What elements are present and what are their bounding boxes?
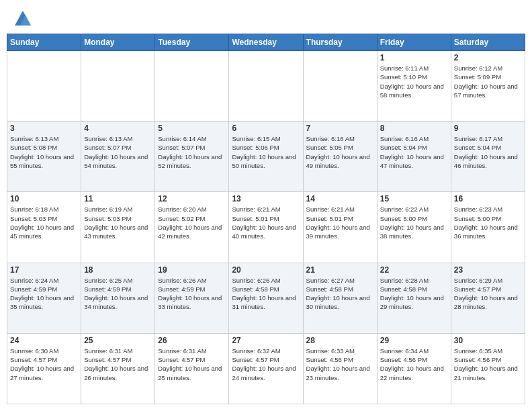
- day-cell-25: 25Sunrise: 6:31 AMSunset: 4:57 PMDayligh…: [81, 333, 155, 404]
- day-cell-23: 23Sunrise: 6:29 AMSunset: 4:57 PMDayligh…: [451, 263, 525, 333]
- day-info-20: Sunrise: 6:26 AMSunset: 4:58 PMDaylight:…: [232, 276, 300, 312]
- weekday-header-wednesday: Wednesday: [229, 34, 303, 51]
- day-cell-21: 21Sunrise: 6:27 AMSunset: 4:58 PMDayligh…: [303, 263, 377, 333]
- day-number-24: 24: [10, 336, 78, 345]
- day-number-7: 7: [306, 124, 374, 133]
- weekday-header-thursday: Thursday: [303, 34, 377, 51]
- day-info-3: Sunrise: 6:13 AMSunset: 5:08 PMDaylight:…: [10, 134, 78, 170]
- week-row-4: 17Sunrise: 6:24 AMSunset: 4:59 PMDayligh…: [7, 263, 525, 333]
- day-number-9: 9: [454, 124, 522, 133]
- day-info-27: Sunrise: 6:32 AMSunset: 4:57 PMDaylight:…: [232, 347, 300, 382]
- day-cell-8: 8Sunrise: 6:16 AMSunset: 5:04 PMDaylight…: [377, 122, 451, 192]
- day-number-3: 3: [10, 124, 78, 133]
- day-cell-10: 10Sunrise: 6:18 AMSunset: 5:03 PMDayligh…: [7, 192, 81, 263]
- day-info-18: Sunrise: 6:25 AMSunset: 4:59 PMDaylight:…: [84, 276, 152, 312]
- day-info-10: Sunrise: 6:18 AMSunset: 5:03 PMDaylight:…: [10, 205, 78, 240]
- day-cell-24: 24Sunrise: 6:30 AMSunset: 4:57 PMDayligh…: [7, 333, 81, 404]
- day-number-14: 14: [306, 194, 374, 203]
- weekday-header-tuesday: Tuesday: [155, 34, 229, 51]
- day-number-21: 21: [306, 265, 374, 275]
- day-cell-27: 27Sunrise: 6:32 AMSunset: 4:57 PMDayligh…: [229, 333, 303, 404]
- day-cell-11: 11Sunrise: 6:19 AMSunset: 5:03 PMDayligh…: [81, 192, 155, 263]
- day-info-22: Sunrise: 6:28 AMSunset: 4:58 PMDaylight:…: [380, 276, 448, 312]
- weekday-header-saturday: Saturday: [451, 34, 525, 51]
- day-cell-16: 16Sunrise: 6:23 AMSunset: 5:00 PMDayligh…: [451, 192, 525, 263]
- day-cell-4: 4Sunrise: 6:13 AMSunset: 5:07 PMDaylight…: [81, 122, 155, 192]
- calendar: SundayMondayTuesdayWednesdayThursdayFrid…: [0, 34, 532, 411]
- week-row-3: 10Sunrise: 6:18 AMSunset: 5:03 PMDayligh…: [7, 192, 525, 263]
- day-cell-30: 30Sunrise: 6:35 AMSunset: 4:56 PMDayligh…: [451, 333, 525, 404]
- day-info-13: Sunrise: 6:21 AMSunset: 5:01 PMDaylight:…: [232, 205, 300, 240]
- weekday-header-sunday: Sunday: [7, 34, 81, 51]
- day-cell-28: 28Sunrise: 6:33 AMSunset: 4:56 PMDayligh…: [303, 333, 377, 404]
- day-number-15: 15: [380, 194, 448, 203]
- day-info-29: Sunrise: 6:34 AMSunset: 4:56 PMDaylight:…: [380, 347, 448, 382]
- day-info-25: Sunrise: 6:31 AMSunset: 4:57 PMDaylight:…: [84, 347, 152, 382]
- day-cell-7: 7Sunrise: 6:16 AMSunset: 5:05 PMDaylight…: [303, 122, 377, 192]
- day-number-6: 6: [232, 124, 300, 133]
- day-number-11: 11: [84, 194, 152, 203]
- empty-cell: [155, 51, 229, 122]
- week-row-1: 1Sunrise: 6:11 AMSunset: 5:10 PMDaylight…: [7, 51, 525, 122]
- day-number-12: 12: [158, 194, 226, 203]
- day-number-8: 8: [380, 124, 448, 133]
- day-number-18: 18: [84, 265, 152, 275]
- day-info-11: Sunrise: 6:19 AMSunset: 5:03 PMDaylight:…: [84, 205, 152, 240]
- day-info-8: Sunrise: 6:16 AMSunset: 5:04 PMDaylight:…: [380, 134, 448, 170]
- week-row-2: 3Sunrise: 6:13 AMSunset: 5:08 PMDaylight…: [7, 122, 525, 192]
- day-info-23: Sunrise: 6:29 AMSunset: 4:57 PMDaylight:…: [454, 276, 522, 312]
- day-cell-26: 26Sunrise: 6:31 AMSunset: 4:57 PMDayligh…: [155, 333, 229, 404]
- day-info-26: Sunrise: 6:31 AMSunset: 4:57 PMDaylight:…: [158, 347, 226, 382]
- day-number-2: 2: [454, 53, 522, 62]
- day-cell-3: 3Sunrise: 6:13 AMSunset: 5:08 PMDaylight…: [7, 122, 81, 192]
- day-cell-18: 18Sunrise: 6:25 AMSunset: 4:59 PMDayligh…: [81, 263, 155, 333]
- logo-icon: [13, 9, 32, 28]
- calendar-table: SundayMondayTuesdayWednesdayThursdayFrid…: [7, 34, 525, 404]
- day-number-23: 23: [454, 265, 522, 275]
- day-number-5: 5: [158, 124, 226, 133]
- day-info-9: Sunrise: 6:17 AMSunset: 5:04 PMDaylight:…: [454, 134, 522, 170]
- day-info-16: Sunrise: 6:23 AMSunset: 5:00 PMDaylight:…: [454, 205, 522, 240]
- day-number-26: 26: [158, 336, 226, 345]
- empty-cell: [7, 51, 81, 122]
- day-number-19: 19: [158, 265, 226, 275]
- day-info-30: Sunrise: 6:35 AMSunset: 4:56 PMDaylight:…: [454, 347, 522, 382]
- day-info-24: Sunrise: 6:30 AMSunset: 4:57 PMDaylight:…: [10, 347, 78, 382]
- weekday-header-monday: Monday: [81, 34, 155, 51]
- day-cell-14: 14Sunrise: 6:21 AMSunset: 5:01 PMDayligh…: [303, 192, 377, 263]
- day-info-5: Sunrise: 6:14 AMSunset: 5:07 PMDaylight:…: [158, 134, 226, 170]
- day-cell-12: 12Sunrise: 6:20 AMSunset: 5:02 PMDayligh…: [155, 192, 229, 263]
- day-cell-13: 13Sunrise: 6:21 AMSunset: 5:01 PMDayligh…: [229, 192, 303, 263]
- day-info-14: Sunrise: 6:21 AMSunset: 5:01 PMDaylight:…: [306, 205, 374, 240]
- day-number-27: 27: [232, 336, 300, 345]
- day-number-20: 20: [232, 265, 300, 275]
- day-number-30: 30: [454, 336, 522, 345]
- day-cell-29: 29Sunrise: 6:34 AMSunset: 4:56 PMDayligh…: [377, 333, 451, 404]
- day-info-6: Sunrise: 6:15 AMSunset: 5:06 PMDaylight:…: [232, 134, 300, 170]
- day-number-22: 22: [380, 265, 448, 275]
- day-cell-19: 19Sunrise: 6:26 AMSunset: 4:59 PMDayligh…: [155, 263, 229, 333]
- day-cell-2: 2Sunrise: 6:12 AMSunset: 5:09 PMDaylight…: [451, 51, 525, 122]
- day-info-21: Sunrise: 6:27 AMSunset: 4:58 PMDaylight:…: [306, 276, 374, 312]
- logo: [13, 9, 35, 28]
- day-info-4: Sunrise: 6:13 AMSunset: 5:07 PMDaylight:…: [84, 134, 152, 170]
- empty-cell: [303, 51, 377, 122]
- day-cell-17: 17Sunrise: 6:24 AMSunset: 4:59 PMDayligh…: [7, 263, 81, 333]
- empty-cell: [229, 51, 303, 122]
- day-number-13: 13: [232, 194, 300, 203]
- empty-cell: [81, 51, 155, 122]
- day-cell-22: 22Sunrise: 6:28 AMSunset: 4:58 PMDayligh…: [377, 263, 451, 333]
- weekday-header-friday: Friday: [377, 34, 451, 51]
- day-info-2: Sunrise: 6:12 AMSunset: 5:09 PMDaylight:…: [454, 64, 522, 99]
- day-info-19: Sunrise: 6:26 AMSunset: 4:59 PMDaylight:…: [158, 276, 226, 312]
- day-info-7: Sunrise: 6:16 AMSunset: 5:05 PMDaylight:…: [306, 134, 374, 170]
- header: [0, 0, 532, 34]
- day-info-28: Sunrise: 6:33 AMSunset: 4:56 PMDaylight:…: [306, 347, 374, 382]
- day-cell-1: 1Sunrise: 6:11 AMSunset: 5:10 PMDaylight…: [377, 51, 451, 122]
- day-number-17: 17: [10, 265, 78, 275]
- day-cell-15: 15Sunrise: 6:22 AMSunset: 5:00 PMDayligh…: [377, 192, 451, 263]
- day-cell-6: 6Sunrise: 6:15 AMSunset: 5:06 PMDaylight…: [229, 122, 303, 192]
- day-info-1: Sunrise: 6:11 AMSunset: 5:10 PMDaylight:…: [380, 64, 448, 99]
- day-info-17: Sunrise: 6:24 AMSunset: 4:59 PMDaylight:…: [10, 276, 78, 312]
- weekday-header-row: SundayMondayTuesdayWednesdayThursdayFrid…: [7, 34, 525, 51]
